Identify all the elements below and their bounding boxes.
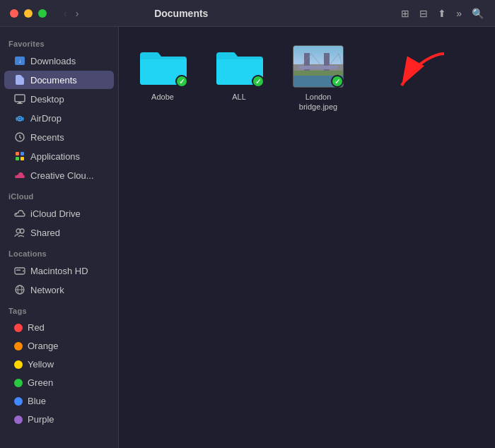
documents-icon <box>14 74 25 86</box>
shared-label: Shared <box>30 228 60 238</box>
svg-rect-11 <box>21 157 24 160</box>
back-button[interactable]: ‹ <box>61 6 70 20</box>
macintosh-hd-icon <box>14 265 25 276</box>
sidebar-item-tag-orange[interactable]: Orange <box>4 337 114 355</box>
tag-blue-label: Blue <box>28 396 46 406</box>
toolbar-actions: ⊞ ⊟ ⬆ » 🔍 <box>390 5 495 22</box>
tag-purple-label: Purple <box>28 414 54 425</box>
svg-line-24 <box>339 54 343 67</box>
file-item-adobe[interactable]: ✓ Adobe <box>133 41 192 117</box>
window-title: Documents <box>86 8 276 19</box>
minimize-button[interactable] <box>24 9 33 18</box>
search-icon[interactable]: 🔍 <box>469 5 487 22</box>
svg-line-21 <box>301 54 311 67</box>
adobe-check-badge: ✓ <box>175 75 188 88</box>
sidebar-item-documents[interactable]: Documents <box>4 71 114 89</box>
all-label: ALL <box>232 92 246 102</box>
creative-cloud-icon <box>14 170 25 181</box>
sidebar-item-network[interactable]: Network <box>4 281 114 299</box>
section-icloud: iCloud <box>0 185 118 204</box>
svg-point-6 <box>19 118 21 120</box>
applications-icon <box>14 151 25 162</box>
section-tags: Tags <box>0 300 118 318</box>
titlebar: ‹ › Documents ⊞ ⊟ ⬆ » 🔍 <box>0 0 495 27</box>
tag-yellow-label: Yellow <box>28 359 54 370</box>
svg-point-15 <box>23 271 24 272</box>
more-icon[interactable]: » <box>453 5 465 22</box>
sidebar-item-tag-red[interactable]: Red <box>4 319 114 336</box>
icloud-drive-icon <box>14 208 25 219</box>
sidebar-item-tag-blue[interactable]: Blue <box>4 392 114 410</box>
london-check-badge: ✓ <box>331 75 344 88</box>
close-button[interactable] <box>10 9 18 18</box>
grid-view-icon[interactable]: ⊞ <box>398 5 412 22</box>
svg-rect-10 <box>16 157 19 160</box>
svg-rect-3 <box>18 102 21 103</box>
sidebar-item-tag-yellow[interactable]: Yellow <box>4 355 114 373</box>
downloads-icon: ↓ <box>14 55 25 66</box>
tag-blue-dot <box>14 397 23 406</box>
macintosh-hd-label: Macintosh HD <box>30 266 88 276</box>
creative-cloud-label: Creative Clou... <box>30 170 94 181</box>
downloads-label: Downloads <box>30 56 76 66</box>
sidebar-item-airdrop[interactable]: AirDrop <box>4 109 114 127</box>
window-controls <box>0 9 57 18</box>
desktop-icon <box>14 93 25 105</box>
applications-label: Applications <box>30 151 80 162</box>
svg-rect-16 <box>16 270 21 271</box>
adobe-label: Adobe <box>151 92 174 102</box>
icloud-drive-label: iCloud Drive <box>30 208 81 219</box>
sidebar-item-tag-green[interactable]: Green <box>4 374 114 391</box>
folder-all-icon: ✓ <box>214 45 264 88</box>
svg-rect-8 <box>16 152 19 155</box>
tag-red-dot <box>14 324 23 332</box>
sidebar-item-tag-purple[interactable]: Purple <box>4 411 114 428</box>
tag-purple-dot <box>14 415 23 424</box>
sidebar-item-creative-cloud[interactable]: Creative Clou... <box>4 166 114 184</box>
network-label: Network <box>30 285 64 295</box>
sidebar-item-applications[interactable]: Applications <box>4 147 114 165</box>
svg-line-23 <box>328 54 339 67</box>
nav-controls: ‹ › <box>57 6 86 20</box>
svg-rect-4 <box>17 103 23 104</box>
svg-line-22 <box>311 54 322 67</box>
section-locations: Locations <box>0 242 118 261</box>
file-item-all[interactable]: ✓ ALL <box>209 41 269 117</box>
sidebar-item-icloud-drive[interactable]: iCloud Drive <box>4 204 114 223</box>
content-area: ✓ Adobe ✓ ALL <box>119 27 495 448</box>
share-icon[interactable]: ⬆ <box>435 5 449 22</box>
recents-label: Recents <box>30 132 64 143</box>
files-grid: ✓ Adobe ✓ ALL <box>133 41 481 117</box>
airdrop-icon <box>14 112 25 124</box>
sidebar-item-downloads[interactable]: ↓ Downloads <box>4 52 114 70</box>
file-item-london-bridge[interactable]: ✓ London bridge.jpeg <box>286 41 351 117</box>
sidebar-item-macintosh-hd[interactable]: Macintosh HD <box>4 261 114 280</box>
svg-text:↓: ↓ <box>18 58 21 64</box>
svg-rect-2 <box>15 95 25 102</box>
all-check-badge: ✓ <box>252 75 264 88</box>
shared-icon <box>14 227 25 238</box>
sidebar: Favorites ↓ Downloads Documents Desktop … <box>0 27 119 448</box>
tag-orange-dot <box>14 342 23 350</box>
desktop-label: Desktop <box>30 94 64 105</box>
network-icon <box>14 284 25 295</box>
sidebar-item-recents[interactable]: Recents <box>4 128 114 146</box>
london-bridge-label: London bridge.jpeg <box>290 92 346 112</box>
main-layout: Favorites ↓ Downloads Documents Desktop … <box>0 27 495 448</box>
folder-adobe-icon: ✓ <box>137 45 188 88</box>
maximize-button[interactable] <box>38 9 47 18</box>
recents-icon <box>14 131 25 143</box>
sidebar-item-shared[interactable]: Shared <box>4 223 114 242</box>
tag-orange-label: Orange <box>28 341 58 351</box>
svg-rect-9 <box>21 152 24 155</box>
documents-label: Documents <box>30 75 77 86</box>
tag-yellow-dot <box>14 360 23 369</box>
section-favorites: Favorites <box>0 33 118 51</box>
forward-button[interactable]: › <box>73 6 82 20</box>
london-bridge-icon-wrap: ✓ <box>293 45 344 88</box>
airdrop-label: AirDrop <box>30 113 62 124</box>
column-view-icon[interactable]: ⊟ <box>417 5 431 22</box>
tag-red-label: Red <box>28 322 45 333</box>
sidebar-item-desktop[interactable]: Desktop <box>4 90 114 108</box>
tag-green-dot <box>14 379 23 387</box>
